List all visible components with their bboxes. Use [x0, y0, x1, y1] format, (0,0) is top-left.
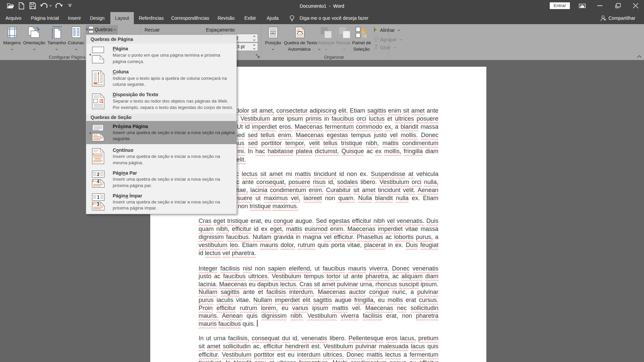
svg-text:4: 4 — [97, 179, 99, 184]
svg-text:1: 1 — [97, 194, 100, 200]
svg-text:2: 2 — [97, 172, 100, 177]
svg-text:3: 3 — [97, 202, 99, 207]
